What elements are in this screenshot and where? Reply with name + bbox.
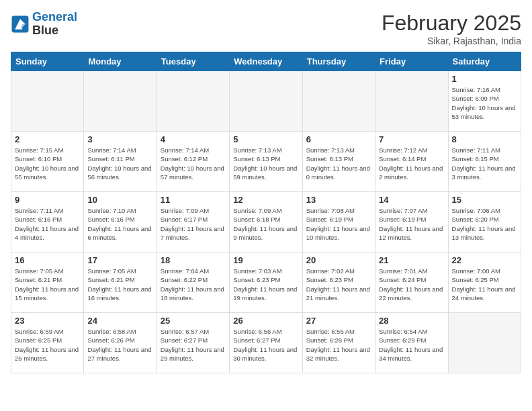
calendar-cell: 25Sunrise: 6:57 AM Sunset: 6:27 PM Dayli… [157,313,229,373]
calendar-cell [11,71,84,132]
day-number: 26 [233,316,298,326]
calendar-cell: 17Sunrise: 7:05 AM Sunset: 6:21 PM Dayli… [84,253,157,313]
calendar-cell: 21Sunrise: 7:01 AM Sunset: 6:24 PM Dayli… [375,253,448,313]
day-number: 16 [15,255,80,265]
calendar-cell: 28Sunrise: 6:54 AM Sunset: 6:29 PM Dayli… [375,313,448,373]
day-number: 7 [379,134,444,144]
day-info: Sunrise: 7:11 AM Sunset: 6:16 PM Dayligh… [15,206,80,242]
day-number: 18 [161,255,226,265]
day-number: 5 [233,134,298,144]
day-number: 27 [306,316,371,326]
day-number: 1 [452,74,517,84]
logo-text: General Blue [32,11,77,38]
day-number: 2 [15,134,80,144]
day-number: 24 [87,316,152,326]
day-info: Sunrise: 6:57 AM Sunset: 6:27 PM Dayligh… [161,327,226,363]
calendar-cell [230,71,302,132]
day-number: 15 [452,195,517,205]
calendar-cell: 9Sunrise: 7:11 AM Sunset: 6:16 PM Daylig… [11,192,84,253]
day-number: 22 [452,255,517,265]
day-info: Sunrise: 6:56 AM Sunset: 6:27 PM Dayligh… [233,327,298,363]
calendar-week-row: 2Sunrise: 7:15 AM Sunset: 6:10 PM Daylig… [11,132,521,192]
day-number: 28 [379,316,444,326]
day-info: Sunrise: 6:55 AM Sunset: 6:28 PM Dayligh… [306,327,371,363]
day-number: 14 [379,195,444,205]
calendar-cell: 2Sunrise: 7:15 AM Sunset: 6:10 PM Daylig… [11,132,84,192]
day-number: 3 [87,134,152,144]
day-info: Sunrise: 6:54 AM Sunset: 6:29 PM Dayligh… [379,327,444,363]
day-info: Sunrise: 7:03 AM Sunset: 6:23 PM Dayligh… [233,267,298,302]
day-number: 6 [306,134,371,144]
weekday-header: Wednesday [230,52,302,71]
calendar-cell: 14Sunrise: 7:07 AM Sunset: 6:19 PM Dayli… [375,192,448,253]
calendar-week-row: 9Sunrise: 7:11 AM Sunset: 6:16 PM Daylig… [11,192,521,253]
day-number: 12 [233,195,298,205]
day-info: Sunrise: 6:58 AM Sunset: 6:26 PM Dayligh… [87,327,152,363]
day-number: 10 [87,195,152,205]
calendar-cell: 11Sunrise: 7:09 AM Sunset: 6:17 PM Dayli… [157,192,229,253]
calendar-cell: 16Sunrise: 7:05 AM Sunset: 6:21 PM Dayli… [11,253,84,313]
day-info: Sunrise: 7:02 AM Sunset: 6:23 PM Dayligh… [306,267,371,302]
logo: General Blue [11,11,77,38]
logo-icon [11,15,30,34]
day-info: Sunrise: 7:15 AM Sunset: 6:10 PM Dayligh… [15,146,80,181]
calendar-cell: 27Sunrise: 6:55 AM Sunset: 6:28 PM Dayli… [302,313,375,373]
day-info: Sunrise: 7:10 AM Sunset: 6:16 PM Dayligh… [87,206,152,242]
day-info: Sunrise: 7:01 AM Sunset: 6:24 PM Dayligh… [379,267,444,302]
day-info: Sunrise: 7:04 AM Sunset: 6:22 PM Dayligh… [161,267,226,302]
page-header: General Blue February 2025 Sikar, Rajast… [11,11,521,46]
weekday-header: Thursday [302,52,375,71]
day-info: Sunrise: 7:05 AM Sunset: 6:21 PM Dayligh… [87,267,152,302]
day-info: Sunrise: 7:09 AM Sunset: 6:18 PM Dayligh… [233,206,298,242]
calendar-cell: 15Sunrise: 7:06 AM Sunset: 6:20 PM Dayli… [448,192,521,253]
day-info: Sunrise: 7:11 AM Sunset: 6:15 PM Dayligh… [452,146,517,181]
day-info: Sunrise: 7:14 AM Sunset: 6:11 PM Dayligh… [87,146,152,181]
day-info: Sunrise: 7:09 AM Sunset: 6:17 PM Dayligh… [161,206,226,242]
calendar-cell: 3Sunrise: 7:14 AM Sunset: 6:11 PM Daylig… [84,132,157,192]
day-number: 11 [161,195,226,205]
calendar-week-row: 16Sunrise: 7:05 AM Sunset: 6:21 PM Dayli… [11,253,521,313]
calendar-week-row: 23Sunrise: 6:59 AM Sunset: 6:25 PM Dayli… [11,313,521,373]
calendar-cell: 10Sunrise: 7:10 AM Sunset: 6:16 PM Dayli… [84,192,157,253]
day-info: Sunrise: 7:14 AM Sunset: 6:12 PM Dayligh… [161,146,226,181]
logo-line1: General [32,10,77,24]
weekday-header: Tuesday [157,52,229,71]
day-info: Sunrise: 7:08 AM Sunset: 6:19 PM Dayligh… [306,206,371,242]
calendar-cell: 24Sunrise: 6:58 AM Sunset: 6:26 PM Dayli… [84,313,157,373]
day-number: 9 [15,195,80,205]
calendar-cell: 20Sunrise: 7:02 AM Sunset: 6:23 PM Dayli… [302,253,375,313]
calendar-cell: 4Sunrise: 7:14 AM Sunset: 6:12 PM Daylig… [157,132,229,192]
calendar-cell: 18Sunrise: 7:04 AM Sunset: 6:22 PM Dayli… [157,253,229,313]
weekday-header-row: SundayMondayTuesdayWednesdayThursdayFrid… [11,52,521,71]
day-number: 17 [87,255,152,265]
calendar-week-row: 1Sunrise: 7:16 AM Sunset: 6:09 PM Daylig… [11,71,521,132]
calendar-table: SundayMondayTuesdayWednesdayThursdayFrid… [11,52,521,373]
day-number: 23 [15,316,80,326]
calendar-cell: 26Sunrise: 6:56 AM Sunset: 6:27 PM Dayli… [230,313,302,373]
day-info: Sunrise: 7:05 AM Sunset: 6:21 PM Dayligh… [15,267,80,302]
calendar-cell: 1Sunrise: 7:16 AM Sunset: 6:09 PM Daylig… [448,71,521,132]
calendar-cell: 13Sunrise: 7:08 AM Sunset: 6:19 PM Dayli… [302,192,375,253]
day-number: 20 [306,255,371,265]
weekday-header: Saturday [448,52,521,71]
day-info: Sunrise: 6:59 AM Sunset: 6:25 PM Dayligh… [15,327,80,363]
calendar-cell: 19Sunrise: 7:03 AM Sunset: 6:23 PM Dayli… [230,253,302,313]
calendar-cell: 5Sunrise: 7:13 AM Sunset: 6:13 PM Daylig… [230,132,302,192]
day-info: Sunrise: 7:06 AM Sunset: 6:20 PM Dayligh… [452,206,517,242]
logo-line2: Blue [32,24,77,38]
month-title: February 2025 [382,11,521,36]
calendar-cell [84,71,157,132]
day-number: 13 [306,195,371,205]
day-info: Sunrise: 7:12 AM Sunset: 6:14 PM Dayligh… [379,146,444,181]
day-number: 19 [233,255,298,265]
weekday-header: Monday [84,52,157,71]
calendar-cell [375,71,448,132]
weekday-header: Sunday [11,52,84,71]
calendar-cell: 6Sunrise: 7:13 AM Sunset: 6:13 PM Daylig… [302,132,375,192]
calendar-cell: 22Sunrise: 7:00 AM Sunset: 6:25 PM Dayli… [448,253,521,313]
day-number: 25 [161,316,226,326]
title-block: February 2025 Sikar, Rajasthan, India [382,11,521,46]
calendar-cell [302,71,375,132]
day-number: 4 [161,134,226,144]
calendar-cell: 8Sunrise: 7:11 AM Sunset: 6:15 PM Daylig… [448,132,521,192]
